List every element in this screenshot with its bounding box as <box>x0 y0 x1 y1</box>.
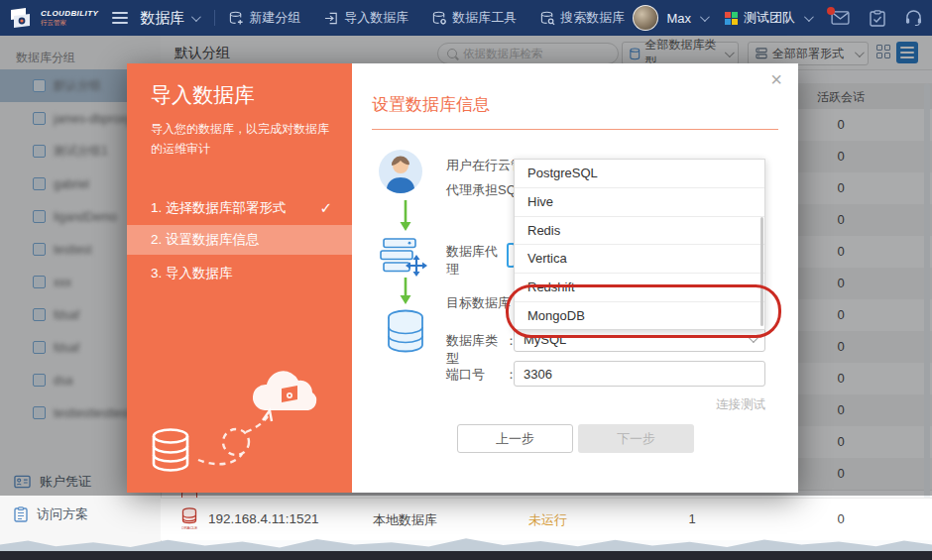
db-connections: 1 <box>654 511 730 526</box>
nav-menu-database[interactable]: 数据库 <box>140 9 198 28</box>
new-group-button[interactable]: 新建分组 <box>229 9 300 27</box>
target-database-icon <box>386 309 425 355</box>
port-value: 3306 <box>524 367 552 382</box>
team-name[interactable]: 测试团队 <box>744 9 795 27</box>
import-database-modal: 导入数据库 导入您的数据库，以完成对数据库的运维审计 1. 选择数据库部署形式 … <box>127 63 798 493</box>
previous-step-button[interactable]: 上一步 <box>457 424 573 453</box>
tasks-button[interactable] <box>870 10 885 27</box>
modal-title: 导入数据库 <box>151 81 255 109</box>
search-database-button[interactable]: 搜索数据库 <box>540 9 625 27</box>
step-3-label: 3. 导入数据库 <box>151 266 233 280</box>
database-tools-label: 数据库工具 <box>452 9 517 27</box>
nav-menu-label: 数据库 <box>140 9 184 28</box>
database-tools-button[interactable]: 数据库工具 <box>432 9 517 27</box>
step-1-choose-deploy-form[interactable]: 1. 选择数据库部署形式 ✓ <box>127 194 352 222</box>
close-icon[interactable]: × <box>770 69 782 89</box>
chevron-down-icon <box>191 12 201 22</box>
top-navbar: CLOUDBILITY 行云管家 数据库 新建分组 导入数据库 数据库工具 搜索… <box>0 0 932 36</box>
access-plans-label: 访问方案 <box>37 505 88 523</box>
dropdown-item-vertica[interactable]: Vertica <box>515 244 764 273</box>
table-row-oracle-db[interactable]: ORACLE 192.168.4.11:1521 本地数据库 未运行 1 0 <box>161 498 932 540</box>
port-input[interactable]: 3306 <box>514 361 765 387</box>
form-user-text-line1: 用户在行云管 <box>446 157 524 174</box>
nav-separator <box>214 10 215 26</box>
step-2-label: 2. 设置数据库信息 <box>151 232 260 247</box>
app-logo[interactable]: CLOUDBILITY 行云管家 <box>10 7 98 29</box>
cloudbility-logo-icon <box>10 7 36 29</box>
brand-subtitle: 行云管家 <box>41 20 98 27</box>
label-database-type: 数据库类型： <box>446 332 518 368</box>
modal-steps-panel: 导入数据库 导入您的数据库，以完成对数据库的运维审计 1. 选择数据库部署形式 … <box>127 63 352 493</box>
user-avatar-illustration <box>378 149 423 194</box>
import-database-label: 导入数据库 <box>344 9 408 27</box>
messages-button[interactable] <box>831 11 850 25</box>
db-active-sessions: 0 <box>803 511 878 526</box>
dropdown-item-hive[interactable]: Hive <box>515 187 764 216</box>
dropdown-item-postgresql[interactable]: PostgreSQL <box>515 160 764 187</box>
mongodb-annotation-circle <box>506 284 781 338</box>
import-database-button[interactable]: 导入数据库 <box>324 9 408 27</box>
new-group-label: 新建分组 <box>249 9 300 27</box>
team-chevron-down-icon[interactable] <box>804 12 814 22</box>
step-2-set-database-info[interactable]: 2. 设置数据库信息 <box>127 225 352 255</box>
check-icon: ✓ <box>319 194 332 222</box>
modal-description: 导入您的数据库，以完成对数据库的运维审计 <box>151 119 331 159</box>
oracle-db-icon: ORACLE <box>181 507 199 531</box>
db-address: 192.168.4.11:1521 <box>208 511 319 526</box>
search-database-label: 搜索数据库 <box>560 9 625 27</box>
step-3-import-database[interactable]: 3. 导入数据库 <box>127 260 352 287</box>
flow-arrow-icon <box>399 278 412 305</box>
database-proxy-icon <box>380 238 427 278</box>
step-1-label: 1. 选择数据库部署形式 <box>151 200 287 215</box>
db-import-icon <box>324 11 339 26</box>
brand-name: CLOUDBILITY <box>41 10 98 18</box>
connection-test-link[interactable]: 连接测试 <box>716 396 765 413</box>
flow-arrow-icon <box>399 200 412 232</box>
cloud-upload-illustration <box>141 359 339 488</box>
clipboard-check-icon <box>870 10 885 27</box>
label-port: 端口号： <box>446 366 518 384</box>
username[interactable]: Max <box>666 11 691 26</box>
user-avatar[interactable] <box>633 5 658 31</box>
db-deploy-type: 本地数据库 <box>373 511 437 529</box>
sidebar-item-access-plans[interactable]: 访问方案 <box>0 500 161 529</box>
clipboard-icon <box>14 506 28 522</box>
db-tools-icon <box>432 11 447 26</box>
user-chevron-down-icon[interactable] <box>700 12 710 22</box>
heading-divider <box>372 129 778 130</box>
headset-icon <box>905 10 922 26</box>
form-heading: 设置数据库信息 <box>372 93 490 116</box>
db-status-badge: 未运行 <box>528 511 567 529</box>
notification-badge <box>827 7 835 15</box>
support-button[interactable] <box>905 10 922 26</box>
next-step-button[interactable]: 下一步 <box>578 424 694 453</box>
db-plus-icon <box>229 11 244 26</box>
svg-text:ORACLE: ORACLE <box>181 525 198 530</box>
dropdown-item-redis[interactable]: Redis <box>515 216 764 245</box>
team-logo-icon <box>725 12 738 25</box>
db-search-icon <box>540 11 555 26</box>
hamburger-menu-icon[interactable] <box>112 9 128 27</box>
modal-form-panel: × 设置数据库信息 用户在行云管 代理承担SQL指 数据库代理： <box>352 63 798 493</box>
